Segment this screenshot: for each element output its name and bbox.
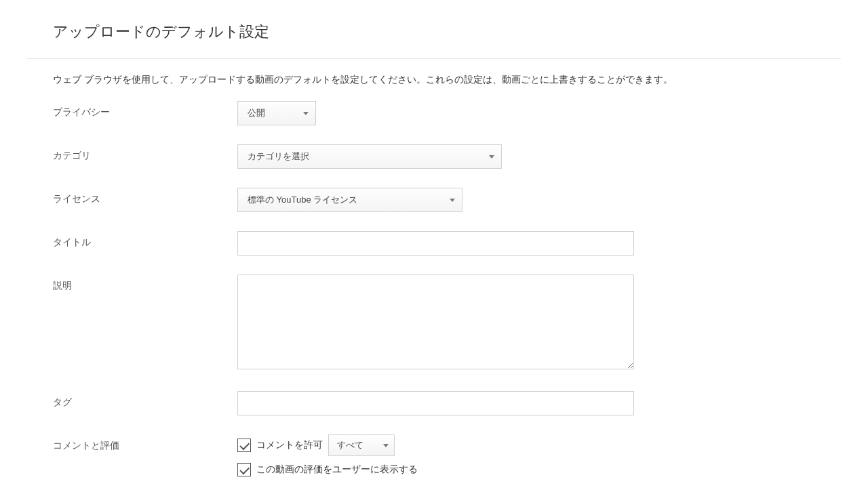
- row-description: 説明: [53, 274, 815, 372]
- chevron-down-icon: [303, 112, 309, 115]
- allow-comments-checkbox[interactable]: [237, 439, 251, 452]
- row-license: ライセンス 標準の YouTube ライセンス: [53, 188, 815, 212]
- allow-comments-label: コメントを許可: [256, 439, 323, 451]
- category-dropdown-value: カテゴリを選択: [248, 150, 309, 163]
- comments-filter-dropdown[interactable]: すべて: [328, 434, 395, 456]
- label-category: カテゴリ: [53, 144, 237, 162]
- chevron-down-icon: [489, 155, 494, 159]
- label-description: 説明: [53, 274, 237, 292]
- upload-defaults-form: プライバシー 公開 カテゴリ カテゴリを選択 ライセンス 標準の YouTube…: [0, 101, 868, 483]
- comments-filter-value: すべて: [337, 439, 363, 451]
- label-tags: タグ: [53, 391, 237, 409]
- tags-input[interactable]: [237, 391, 634, 415]
- show-ratings-row: この動画の評価をユーザーに表示する: [237, 463, 815, 476]
- privacy-dropdown[interactable]: 公開: [237, 101, 316, 125]
- label-license: ライセンス: [53, 188, 237, 205]
- license-dropdown-value: 標準の YouTube ライセンス: [248, 194, 357, 206]
- row-title: タイトル: [53, 231, 815, 256]
- description-textarea[interactable]: [237, 274, 634, 369]
- row-privacy: プライバシー 公開: [53, 101, 815, 125]
- label-privacy: プライバシー: [53, 101, 237, 119]
- page-title: アップロードのデフォルト設定: [0, 0, 868, 58]
- chevron-down-icon: [383, 444, 389, 447]
- title-input[interactable]: [237, 231, 634, 256]
- row-tags: タグ: [53, 391, 815, 415]
- privacy-dropdown-value: 公開: [248, 107, 265, 119]
- show-ratings-label: この動画の評価をユーザーに表示する: [256, 464, 418, 476]
- label-title: タイトル: [53, 231, 237, 249]
- category-dropdown[interactable]: カテゴリを選択: [237, 144, 502, 169]
- row-comments: コメントと評価 コメントを許可 すべて この動画の評価をユーザーに表示する: [53, 434, 815, 483]
- show-ratings-checkbox[interactable]: [237, 463, 251, 476]
- page-description: ウェブ ブラウザを使用して、アップロードする動画のデフォルトを設定してください。…: [0, 59, 868, 101]
- label-comments: コメントと評価: [53, 434, 237, 452]
- row-category: カテゴリ カテゴリを選択: [53, 144, 815, 169]
- license-dropdown[interactable]: 標準の YouTube ライセンス: [237, 188, 462, 212]
- chevron-down-icon: [450, 199, 455, 202]
- allow-comments-row: コメントを許可 すべて: [237, 434, 815, 456]
